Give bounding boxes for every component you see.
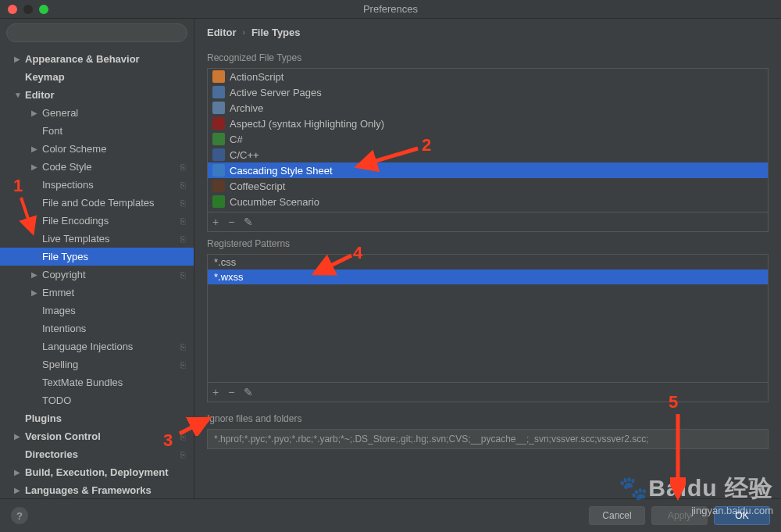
pattern-item[interactable]: *.css [208, 255, 768, 270]
sidebar-item-languages-frameworks[interactable]: ▶Languages & Frameworks [0, 481, 194, 498]
filetype-label: AspectJ (syntax Highlighting Only) [230, 118, 384, 130]
tree-item-label: Spelling [42, 359, 78, 370]
sidebar-item-code-style[interactable]: ▶Code Style⎘ [0, 158, 194, 176]
titlebar: Preferences [0, 0, 781, 19]
patterns-label: Registered Patterns [194, 232, 781, 254]
tree-item-label: Plugins [25, 412, 62, 424]
ignore-label: Ignore files and folders [207, 407, 769, 429]
filetype-label: Cucumber Scenario [230, 196, 319, 208]
sidebar-item-language-injections[interactable]: Language Injections⎘ [0, 337, 194, 355]
sidebar-item-textmate-bundles[interactable]: TextMate Bundles [0, 373, 194, 391]
filetype-label: Cascading Style Sheet [230, 165, 333, 177]
filetype-icon [212, 102, 225, 114]
filetype-list[interactable]: ActionScriptActive Server PagesArchiveAs… [207, 68, 769, 212]
sidebar: ⌕ ▶Appearance & BehaviorKeymap▼Editor▶Ge… [0, 19, 194, 498]
filetype-item[interactable]: ActionScript [208, 69, 768, 84]
search-wrap: ⌕ [0, 19, 194, 47]
tree-arrow-icon: ▶ [31, 145, 39, 153]
tree-item-label: File Encodings [42, 215, 109, 227]
sidebar-item-editor[interactable]: ▼Editor [0, 86, 194, 104]
tree-item-label: TODO [42, 395, 71, 406]
sidebar-item-build-execution-deployment[interactable]: ▶Build, Execution, Deployment [0, 463, 194, 481]
edit-filetype-button[interactable]: ✎ [244, 216, 253, 228]
filetype-icon [212, 117, 225, 130]
remove-pattern-button[interactable]: − [228, 386, 234, 398]
sidebar-item-keymap[interactable]: Keymap [0, 68, 194, 86]
sidebar-item-plugins[interactable]: Plugins [0, 409, 194, 427]
sidebar-item-general[interactable]: ▶General [0, 104, 194, 122]
footer-buttons: Cancel Apply OK [589, 506, 770, 525]
tree-item-label: Emmet [42, 287, 74, 298]
main: ⌕ ▶Appearance & BehaviorKeymap▼Editor▶Ge… [0, 19, 781, 498]
filetype-item[interactable]: C# [208, 131, 768, 147]
sidebar-item-font[interactable]: Font [0, 122, 194, 140]
sidebar-item-todo[interactable]: TODO [0, 391, 194, 409]
sidebar-item-live-templates[interactable]: Live Templates⎘ [0, 230, 194, 248]
add-pattern-button[interactable]: + [212, 386, 219, 398]
sidebar-item-appearance-behavior[interactable]: ▶Appearance & Behavior [0, 50, 194, 68]
maximize-icon[interactable] [39, 5, 48, 14]
settings-tree[interactable]: ▶Appearance & BehaviorKeymap▼Editor▶Gene… [0, 47, 194, 498]
sidebar-item-intentions[interactable]: Intentions [0, 320, 194, 337]
pattern-item[interactable]: *.wxss [208, 270, 768, 284]
tree-arrow-icon: ▶ [14, 486, 22, 495]
sidebar-item-version-control[interactable]: ▶Version Control⎘ [0, 427, 194, 445]
filetype-icon [212, 148, 225, 161]
breadcrumb: Editor › File Types [194, 19, 781, 46]
patterns-list[interactable]: *.css*.wxss [207, 254, 769, 383]
tree-arrow-icon: ▶ [31, 162, 39, 171]
search-input[interactable] [6, 23, 187, 42]
apply-button[interactable]: Apply [651, 506, 708, 525]
tree-item-label: Directories [25, 448, 78, 460]
breadcrumb-root[interactable]: Editor [207, 27, 237, 38]
copy-icon: ⎘ [180, 198, 186, 208]
window-controls [0, 5, 48, 14]
tree-item-label: Build, Execution, Deployment [25, 466, 168, 478]
filetype-item[interactable]: C/C++ [208, 147, 768, 162]
ok-button[interactable]: OK [714, 506, 770, 525]
sidebar-item-spelling[interactable]: Spelling⎘ [0, 355, 194, 373]
sidebar-item-inspections[interactable]: Inspections⎘ [0, 176, 194, 194]
copy-icon: ⎘ [180, 216, 186, 226]
window-title: Preferences [363, 3, 418, 15]
cancel-button[interactable]: Cancel [589, 506, 645, 525]
ignore-input[interactable] [207, 429, 769, 449]
filetype-item[interactable]: Active Server Pages [208, 84, 768, 100]
filetype-item[interactable]: CoffeeScript [208, 178, 768, 194]
tree-arrow-icon: ▶ [14, 55, 22, 63]
tree-arrow-icon: ▼ [14, 91, 22, 99]
recognized-label: Recognized File Types [194, 46, 781, 68]
add-filetype-button[interactable]: + [212, 216, 219, 228]
edit-pattern-button[interactable]: ✎ [244, 386, 253, 398]
minimize-icon[interactable] [23, 5, 33, 14]
tree-arrow-icon: ▶ [14, 468, 22, 477]
sidebar-item-emmet[interactable]: ▶Emmet [0, 284, 194, 302]
filetype-item[interactable]: AspectJ (syntax Highlighting Only) [208, 116, 768, 131]
filetype-label: C/C++ [230, 149, 259, 161]
filetype-item[interactable]: Archive [208, 100, 768, 116]
sidebar-item-copyright[interactable]: ▶Copyright⎘ [0, 266, 194, 284]
filetype-item[interactable]: Cascading Style Sheet [208, 162, 768, 178]
tree-item-label: General [42, 107, 78, 119]
footer: ? Cancel Apply OK [0, 498, 781, 532]
copy-icon: ⎘ [180, 342, 186, 352]
tree-item-label: Version Control [25, 430, 101, 442]
filetype-icon [212, 70, 225, 83]
sidebar-item-file-types[interactable]: File Types [0, 248, 194, 266]
sidebar-item-directories[interactable]: Directories⎘ [0, 445, 194, 463]
tree-arrow-icon: ▶ [31, 270, 39, 279]
filetype-item[interactable]: Cucumber Scenario [208, 194, 768, 209]
sidebar-item-images[interactable]: Images [0, 302, 194, 320]
copy-icon: ⎘ [180, 270, 186, 280]
close-icon[interactable] [8, 5, 17, 14]
remove-filetype-button[interactable]: − [228, 216, 234, 228]
help-button[interactable]: ? [11, 507, 28, 524]
tree-item-label: Color Scheme [42, 143, 106, 155]
sidebar-item-file-encodings[interactable]: File Encodings⎘ [0, 212, 194, 230]
copy-icon: ⎘ [180, 450, 186, 459]
sidebar-item-file-and-code-templates[interactable]: File and Code Templates⎘ [0, 194, 194, 212]
patterns-toolbar: + − ✎ [207, 383, 769, 402]
tree-item-label: Copyright [42, 269, 86, 280]
sidebar-item-color-scheme[interactable]: ▶Color Scheme [0, 140, 194, 158]
tree-item-label: File and Code Templates [42, 197, 155, 209]
